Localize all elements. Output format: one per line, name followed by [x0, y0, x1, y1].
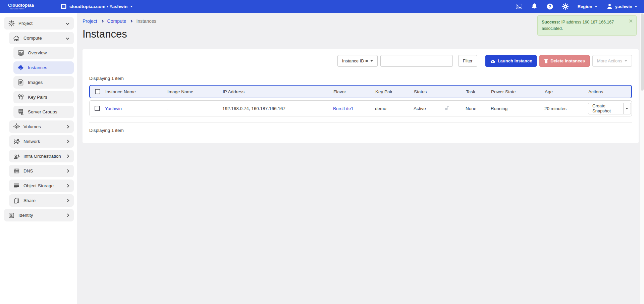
brand-tagline: Your Cloud Partner	[10, 8, 60, 10]
chevron-down-icon	[66, 37, 69, 40]
user-menu[interactable]: yashwin	[606, 3, 637, 10]
more-actions-dropdown[interactable]: More Actions	[592, 55, 632, 67]
instances-panel: Instance ID = Filter Launch Instance Del…	[83, 49, 639, 143]
help-icon[interactable]: ?	[547, 3, 553, 10]
chevron-down-icon	[130, 6, 133, 7]
network-icon	[13, 138, 20, 145]
console-icon[interactable]	[516, 3, 522, 10]
sidebar-item-network[interactable]: Network	[9, 135, 74, 148]
sidebar-item-label: Server Groups	[28, 109, 57, 114]
ip-address-cell: 192.168.0.74, 160.187.166.167	[222, 106, 333, 111]
sidebar-item-key-pairs[interactable]: Key Pairs	[13, 91, 74, 103]
breadcrumb-compute[interactable]: Compute	[107, 18, 126, 24]
power-state-cell: Running	[491, 106, 544, 111]
flavor-link[interactable]: BurstLite1	[333, 106, 375, 111]
main-content: Project Compute Instances Instances Succ…	[77, 13, 644, 304]
images-file-icon	[17, 79, 24, 86]
task-cell: None	[466, 106, 491, 111]
chevron-down-icon	[635, 6, 637, 7]
cloud-upload-icon	[490, 59, 495, 63]
column-header: Power State	[491, 89, 545, 94]
launch-instance-label: Launch Instance	[498, 58, 532, 63]
project-context-switcher[interactable]: cloudtopiaa.com • Yashwin	[60, 3, 133, 10]
user-icon	[606, 3, 613, 10]
sidebar-item-label: Object Storage	[23, 183, 54, 188]
scrollbar-thumb[interactable]	[641, 13, 644, 91]
chevron-right-icon	[66, 214, 69, 217]
filter-search-input[interactable]	[380, 55, 453, 67]
overview-monitor-icon	[17, 50, 24, 56]
settings-gear-icon[interactable]	[562, 3, 569, 10]
sidebar-item-share[interactable]: Share	[9, 194, 74, 207]
alert-bold: Success:	[542, 20, 560, 24]
select-all-checkbox[interactable]	[95, 89, 100, 94]
chevron-right-icon	[101, 20, 103, 22]
sidebar-item-compute[interactable]: Compute	[9, 32, 74, 44]
project-gear-icon	[8, 20, 15, 27]
chevron-right-icon	[130, 20, 132, 22]
region-dropdown[interactable]: Region	[578, 4, 597, 9]
page-scrollbar[interactable]	[640, 13, 644, 304]
row-checkbox[interactable]	[95, 106, 100, 111]
object-storage-icon	[13, 183, 20, 189]
delete-instances-button[interactable]: Delete Instances	[539, 55, 590, 67]
sidebar-item-label: Share	[23, 198, 36, 203]
compute-cloud-icon	[13, 35, 20, 42]
sidebar-item-volumes[interactable]: Volumes	[9, 120, 74, 133]
sidebar-item-instances[interactable]: Instances	[13, 61, 74, 74]
sidebar-item-server-groups[interactable]: Server Groups	[13, 106, 74, 118]
sidebar-item-dns[interactable]: DNS	[9, 165, 74, 177]
create-snapshot-button[interactable]: Create Snapshot	[588, 103, 624, 114]
sidebar-item-images[interactable]: Images	[13, 76, 74, 89]
sidebar-item-label: Network	[23, 139, 40, 144]
column-header: Age	[545, 89, 588, 94]
unlocked-padlock-icon	[445, 106, 449, 111]
brand-logo[interactable]: Cloudtopiaa Your Cloud Partner	[8, 3, 60, 10]
context-label: cloudtopiaa.com • Yashwin	[69, 4, 127, 9]
notifications-bell-icon[interactable]	[531, 3, 538, 10]
breadcrumb-project[interactable]: Project	[83, 18, 97, 24]
item-count-bottom: Displaying 1 item	[89, 128, 632, 133]
table-header-row: Instance Name Image Name IP Address Flav…	[89, 85, 632, 98]
chevron-down-icon	[626, 108, 628, 109]
column-header: Image Name	[167, 89, 223, 94]
sidebar-item-label: Compute	[23, 36, 42, 41]
trash-icon	[544, 59, 548, 63]
share-pages-icon	[13, 197, 20, 204]
filter-field-dropdown[interactable]: Instance ID =	[337, 55, 378, 67]
instance-name-link[interactable]: Yashwin	[105, 106, 167, 111]
breadcrumb-current: Instances	[136, 18, 156, 24]
column-header: Flavor	[333, 89, 375, 94]
key-pair-cell: demo	[375, 106, 414, 111]
svg-text:?: ?	[548, 4, 551, 9]
launch-instance-button[interactable]: Launch Instance	[485, 55, 537, 67]
dns-server-icon	[13, 168, 20, 174]
filter-field-label: Instance ID =	[342, 58, 368, 63]
sidebar-item-infra-orchestration[interactable]: Infra Orchestration	[9, 150, 74, 162]
sidebar-nav: Project Compute Overview Instances	[0, 13, 77, 304]
sidebar-item-project[interactable]: Project	[4, 17, 74, 30]
close-icon[interactable]: ✕	[629, 18, 633, 23]
identity-card-icon	[8, 212, 15, 219]
sidebar-item-label: Instances	[28, 65, 47, 70]
chevron-right-icon	[66, 140, 69, 143]
delete-instances-label: Delete Instances	[550, 58, 585, 63]
sidebar-item-object-storage[interactable]: Object Storage	[9, 180, 74, 192]
chevron-right-icon	[66, 125, 69, 129]
row-actions-menu-toggle[interactable]	[624, 103, 631, 114]
sidebar-item-overview[interactable]: Overview	[13, 47, 74, 59]
chevron-down-icon	[370, 60, 373, 62]
item-count-top: Displaying 1 item	[89, 76, 632, 81]
status-cell: Active	[414, 106, 426, 111]
sidebar-item-identity[interactable]: Identity	[4, 209, 74, 221]
username-label: yashwin	[615, 4, 632, 9]
chevron-down-icon	[595, 6, 597, 7]
volumes-cube-icon	[13, 123, 20, 130]
sidebar-item-label: DNS	[23, 168, 33, 173]
server-groups-icon	[17, 109, 24, 115]
chevron-down-icon	[66, 22, 69, 25]
sidebar-item-label: Project	[18, 21, 33, 26]
filter-button[interactable]: Filter	[458, 55, 477, 67]
table-footer-divider	[89, 122, 632, 122]
column-header: Status	[414, 89, 466, 94]
